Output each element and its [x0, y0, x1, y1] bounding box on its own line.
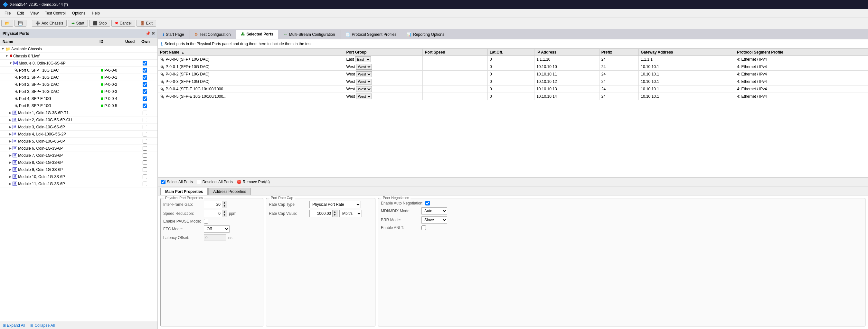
enable-anlt-checkbox[interactable]: [422, 225, 426, 230]
select-all-label[interactable]: Select All Ports: [161, 180, 193, 184]
own-checkbox[interactable]: [143, 111, 147, 115]
spinner-down[interactable]: ▼: [222, 214, 227, 217]
deselect-all-checkbox[interactable]: [197, 180, 201, 184]
select-all-checkbox[interactable]: [161, 180, 165, 184]
start-button[interactable]: ➡ Start: [68, 20, 88, 27]
own-checkbox[interactable]: [143, 139, 147, 143]
col-protocol-profile[interactable]: Protocol Segment Profile: [735, 49, 868, 56]
tab-protocol-segment[interactable]: 📄 Protocol Segment Profiles: [341, 30, 401, 39]
expand-icon[interactable]: ▶: [9, 118, 11, 121]
own-checkbox[interactable]: [143, 153, 147, 158]
expand-icon[interactable]: ▶: [9, 182, 11, 186]
own-checkbox[interactable]: [143, 97, 147, 101]
expand-all-button[interactable]: ⊞ Expand All: [3, 323, 25, 328]
expand-icon[interactable]: ▶: [9, 146, 11, 150]
spinner-up[interactable]: ▲: [333, 210, 337, 214]
own-checkbox[interactable]: [143, 68, 147, 73]
rate-cap-type-select[interactable]: Physical Port Rate Fixed Rate Auto: [309, 201, 361, 208]
tree-label: Port 0, SFP+ 10G DAC: [19, 68, 59, 73]
port-group-select[interactable]: East West: [355, 56, 371, 62]
expand-icon[interactable]: ▶: [9, 111, 11, 114]
spinner-up[interactable]: ▲: [222, 210, 227, 214]
menu-options[interactable]: Options: [69, 10, 89, 16]
menu-help[interactable]: Help: [89, 10, 103, 16]
cancel-button[interactable]: ✖ Cancel: [112, 20, 135, 27]
col-port-name[interactable]: Port Name ▲: [158, 49, 344, 56]
expand-icon[interactable]: ▼: [5, 54, 8, 58]
add-chassis-button[interactable]: ➕ Add Chassis: [32, 20, 67, 27]
port-group-select[interactable]: East West: [356, 64, 372, 70]
spinner-down[interactable]: ▼: [333, 214, 337, 217]
own-checkbox[interactable]: [143, 132, 147, 136]
own-checkbox[interactable]: [143, 75, 147, 80]
own-checkbox[interactable]: [143, 61, 147, 65]
save-button[interactable]: 💾: [14, 20, 26, 27]
col-port-group[interactable]: Port Group: [344, 49, 423, 56]
menu-test-control[interactable]: Test Control: [42, 10, 69, 16]
mdi-mdix-select[interactable]: Auto MDI MDIX: [422, 208, 447, 215]
own-checkbox[interactable]: [143, 89, 147, 94]
tab-reporting[interactable]: 📊 Reporting Options: [402, 30, 449, 39]
port-group-select[interactable]: East West: [356, 71, 372, 77]
own-checkbox[interactable]: [143, 174, 147, 179]
inter-frame-gap-spinner[interactable]: ▲ ▼: [204, 201, 227, 208]
expand-icon[interactable]: ▶: [9, 168, 11, 171]
fec-mode-select[interactable]: Off On: [204, 225, 229, 232]
own-checkbox[interactable]: [143, 182, 147, 186]
rate-cap-unit-select[interactable]: Mbit/s Gbit/s: [339, 210, 362, 217]
expand-icon[interactable]: ▶: [9, 125, 11, 129]
deselect-all-label[interactable]: Deselect All Ports: [197, 180, 233, 184]
own-checkbox[interactable]: [143, 146, 147, 150]
own-checkbox[interactable]: [143, 167, 147, 172]
rate-cap-value-input[interactable]: [310, 211, 332, 216]
remove-ports-button[interactable]: ⛔ Remove Port(s): [237, 180, 270, 184]
enable-auto-neg-checkbox[interactable]: [425, 201, 430, 205]
expand-icon[interactable]: ▼: [9, 61, 12, 65]
expand-icon[interactable]: ▶: [9, 161, 11, 164]
expand-icon[interactable]: ▶: [9, 132, 11, 136]
own-checkbox[interactable]: [143, 125, 147, 129]
list-item: ▶ M Module 5, Odin-10G-6S-6P: [0, 138, 157, 145]
speed-reduction-input[interactable]: [204, 211, 222, 216]
col-ip-address[interactable]: IP Address: [534, 49, 599, 56]
menu-edit[interactable]: Edit: [14, 10, 27, 16]
port-group-select[interactable]: East West: [356, 79, 372, 84]
port-group-select[interactable]: East West: [356, 86, 372, 92]
rate-cap-value-spinner[interactable]: ▲ ▼: [309, 210, 337, 217]
own-checkbox[interactable]: [143, 82, 147, 87]
open-button[interactable]: 📂: [1, 20, 13, 27]
col-prefix[interactable]: Prefix: [599, 49, 639, 56]
col-port-speed[interactable]: Port Speed: [423, 49, 488, 56]
exit-button[interactable]: 🚪 Exit: [136, 20, 156, 27]
spinner-up[interactable]: ▲: [222, 201, 227, 204]
expand-icon[interactable]: ▶: [9, 154, 11, 157]
stop-button[interactable]: ⬛ Stop: [89, 20, 111, 27]
own-checkbox[interactable]: [143, 160, 147, 165]
menu-file[interactable]: File: [1, 10, 14, 16]
port-group-select[interactable]: East West: [356, 93, 372, 99]
tab-multistream[interactable]: ↔ Multi-Stream Configuration: [279, 30, 340, 39]
brr-mode-select[interactable]: Slave Master: [422, 216, 447, 223]
inter-frame-gap-input[interactable]: [204, 201, 222, 208]
speed-reduction-spinner[interactable]: ▲ ▼: [204, 210, 227, 217]
tab-main-port-properties[interactable]: Main Port Properties: [160, 188, 208, 195]
tab-test-configuration[interactable]: ⚙ Test Configuration: [190, 30, 236, 39]
expand-icon[interactable]: ▶: [9, 139, 11, 143]
col-lat-off[interactable]: Lat.Off.: [488, 49, 534, 56]
module-icon: M: [13, 61, 18, 65]
tab-address-properties[interactable]: Address Properties: [208, 188, 251, 195]
collapse-all-button[interactable]: ⊟ Collapse All: [30, 323, 55, 328]
menu-view[interactable]: View: [27, 10, 42, 16]
own-checkbox[interactable]: [143, 104, 147, 108]
close-panel-icon[interactable]: ✖: [152, 31, 155, 36]
pin-icon[interactable]: 📌: [146, 31, 150, 36]
expand-icon[interactable]: ▶: [9, 175, 11, 179]
col-gateway-address[interactable]: Gateway Address: [639, 49, 735, 56]
expand-icon[interactable]: ▼: [1, 47, 4, 51]
tab-selected-ports[interactable]: 🖧 Selected Ports: [236, 30, 278, 39]
own-checkbox[interactable]: [143, 118, 147, 122]
tree-cell-id: [99, 49, 125, 49]
enable-pause-checkbox[interactable]: [204, 219, 208, 223]
spinner-down[interactable]: ▼: [222, 204, 227, 208]
tab-start-page[interactable]: ℹ Start Page: [158, 30, 189, 39]
